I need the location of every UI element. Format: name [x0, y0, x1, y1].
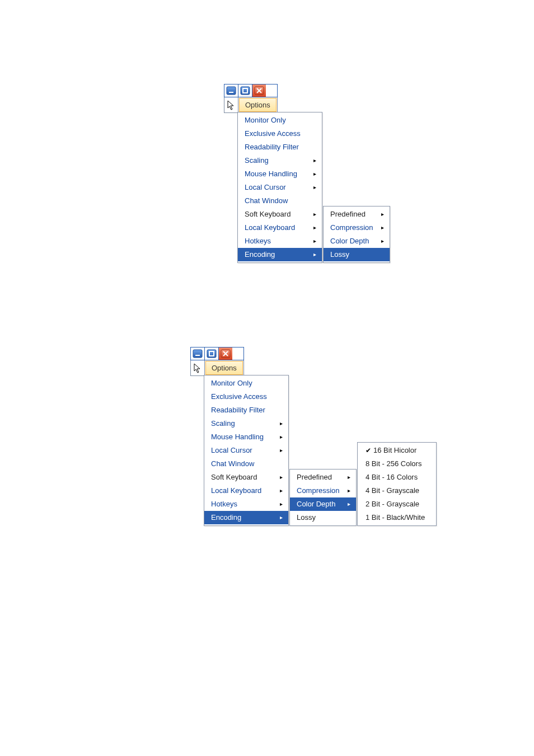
- close-button[interactable]: [219, 348, 232, 360]
- options-button[interactable]: Options: [239, 98, 277, 112]
- menu-item-label: 1 Bit - Black/White: [366, 513, 425, 522]
- color-depth-submenu: ✔16 Bit Hicolor 8 Bit - 256 Colors 4 Bit…: [357, 442, 437, 526]
- menu-item-scaling[interactable]: Scaling ▸: [238, 154, 322, 167]
- submenu-arrow-icon: ▸: [348, 486, 350, 495]
- menu-item-label: Hotkeys: [245, 237, 271, 246]
- menu-item-1-bit-black-white[interactable]: 1 Bit - Black/White: [358, 511, 436, 524]
- menu-item-2-bit-grayscale[interactable]: 2 Bit - Grayscale: [358, 497, 436, 511]
- screenshot-1: Options Monitor Only Exclusive Access Re…: [224, 84, 278, 113]
- submenu-arrow-icon: ▸: [280, 500, 283, 509]
- menu-item-exclusive-access[interactable]: Exclusive Access: [204, 390, 288, 403]
- menu-item-monitor-only[interactable]: Monitor Only: [238, 114, 322, 127]
- menu-item-label: Lossy: [297, 513, 316, 522]
- menu-item-label: Exclusive Access: [245, 129, 301, 138]
- cursor-icon: [191, 360, 205, 375]
- menu-item-compression[interactable]: Compression ▸: [290, 484, 356, 497]
- menu-item-label: Local Cursor: [211, 446, 252, 455]
- menu-item-16-bit-hicolor[interactable]: ✔16 Bit Hicolor: [358, 444, 436, 457]
- options-button[interactable]: Options: [205, 361, 243, 375]
- submenu-arrow-icon: ▸: [280, 513, 283, 522]
- menu-item-chat-window[interactable]: Chat Window: [238, 194, 322, 208]
- menu-item-local-cursor[interactable]: Local Cursor ▸: [204, 444, 288, 457]
- menu-item-label: Lossy: [330, 250, 349, 259]
- submenu-arrow-icon: ▸: [313, 223, 316, 232]
- menu-item-label: Encoding: [211, 513, 241, 522]
- menu-item-label: Chat Window: [211, 459, 254, 468]
- menu-item-readability-filter[interactable]: Readability Filter: [238, 140, 322, 154]
- menu-item-label: Soft Keyboard: [211, 473, 257, 482]
- menu-item-compression[interactable]: Compression ▸: [324, 221, 390, 234]
- menu-item-8-bit-256-colors[interactable]: 8 Bit - 256 Colors: [358, 457, 436, 471]
- screenshot-2: Options Monitor Only Exclusive Access Re…: [190, 347, 244, 376]
- menu-item-label: Compression: [330, 223, 373, 232]
- menu-item-soft-keyboard[interactable]: Soft Keyboard ▸: [204, 471, 288, 484]
- minimize-button[interactable]: [224, 84, 238, 97]
- menu-item-label: Chat Window: [245, 196, 288, 205]
- svg-rect-0: [227, 87, 236, 95]
- menu-item-label: Scaling: [245, 156, 269, 165]
- window-titlebar: [190, 347, 244, 360]
- menu-item-label: Color Depth: [297, 500, 335, 509]
- submenu-arrow-icon: ▸: [348, 500, 350, 509]
- menu-item-label: Readability Filter: [245, 143, 299, 152]
- menu-item-chat-window[interactable]: Chat Window: [204, 457, 288, 471]
- submenu-arrow-icon: ▸: [313, 250, 316, 259]
- toolbar: Options: [190, 360, 244, 376]
- minimize-button[interactable]: [191, 348, 205, 360]
- menu-item-label: Monitor Only: [245, 116, 286, 125]
- menu-item-hotkeys[interactable]: Hotkeys ▸: [238, 234, 322, 248]
- menu-item-label: Predefined: [330, 210, 366, 219]
- submenu-arrow-icon: ▸: [313, 156, 316, 165]
- menu-item-mouse-handling[interactable]: Mouse Handling ▸: [204, 430, 288, 444]
- menu-item-label: Monitor Only: [211, 379, 252, 388]
- options-menu: Monitor Only Exclusive Access Readabilit…: [237, 112, 322, 263]
- menu-item-soft-keyboard[interactable]: Soft Keyboard ▸: [238, 208, 322, 221]
- menu-item-mouse-handling[interactable]: Mouse Handling ▸: [238, 167, 322, 181]
- menu-item-4-bit-grayscale[interactable]: 4 Bit - Grayscale: [358, 484, 436, 497]
- menu-item-label: Readability Filter: [211, 406, 265, 415]
- menu-item-color-depth[interactable]: Color Depth ▸: [290, 497, 356, 511]
- menu-item-lossy[interactable]: Lossy: [324, 248, 390, 261]
- menu-item-predefined[interactable]: Predefined ▸: [324, 208, 390, 221]
- menu-item-label: Predefined: [297, 473, 332, 482]
- submenu-arrow-icon: ▸: [280, 473, 283, 482]
- submenu-arrow-icon: ▸: [313, 210, 316, 219]
- menu-item-hotkeys[interactable]: Hotkeys ▸: [204, 497, 288, 511]
- cursor-icon: [224, 97, 238, 112]
- menu-item-local-cursor[interactable]: Local Cursor ▸: [238, 181, 322, 194]
- submenu-arrow-icon: ▸: [381, 223, 384, 232]
- submenu-arrow-icon: ▸: [280, 419, 283, 428]
- menu-item-encoding[interactable]: Encoding ▸: [204, 511, 288, 524]
- submenu-arrow-icon: ▸: [313, 237, 316, 246]
- options-menu: Monitor Only Exclusive Access Readabilit…: [204, 375, 289, 526]
- menu-item-exclusive-access[interactable]: Exclusive Access: [238, 127, 322, 140]
- menu-item-scaling[interactable]: Scaling ▸: [204, 417, 288, 430]
- menu-item-label: Soft Keyboard: [245, 210, 291, 219]
- menu-item-predefined[interactable]: Predefined ▸: [290, 471, 356, 484]
- encoding-submenu: Predefined ▸ Compression ▸ Color Depth ▸…: [323, 206, 390, 263]
- menu-item-readability-filter[interactable]: Readability Filter: [204, 403, 288, 417]
- menu-item-monitor-only[interactable]: Monitor Only: [204, 377, 288, 390]
- submenu-arrow-icon: ▸: [381, 210, 384, 219]
- menu-item-lossy[interactable]: Lossy: [290, 511, 356, 524]
- close-button[interactable]: [252, 84, 266, 97]
- menu-item-color-depth[interactable]: Color Depth ▸: [324, 234, 390, 248]
- menu-item-label: 4 Bit - Grayscale: [366, 486, 419, 495]
- encoding-submenu: Predefined ▸ Compression ▸ Color Depth ▸…: [289, 469, 357, 526]
- maximize-button[interactable]: [238, 84, 252, 97]
- menu-item-4-bit-16-colors[interactable]: 4 Bit - 16 Colors: [358, 471, 436, 484]
- maximize-button[interactable]: [205, 348, 219, 360]
- svg-rect-6: [195, 355, 200, 356]
- menu-item-local-keyboard[interactable]: Local Keyboard ▸: [204, 484, 288, 497]
- menu-item-label: Local Cursor: [245, 183, 286, 192]
- menu-item-label: 8 Bit - 256 Colors: [366, 459, 421, 468]
- menu-item-local-keyboard[interactable]: Local Keyboard ▸: [238, 221, 322, 234]
- menu-item-label: Color Depth: [330, 237, 369, 246]
- menu-item-label: Scaling: [211, 419, 235, 428]
- menu-item-encoding[interactable]: Encoding ▸: [238, 248, 322, 261]
- submenu-arrow-icon: ▸: [348, 473, 350, 482]
- submenu-arrow-icon: ▸: [280, 446, 283, 455]
- check-icon: ✔: [366, 447, 371, 454]
- submenu-arrow-icon: ▸: [313, 170, 316, 179]
- svg-rect-1: [229, 92, 233, 93]
